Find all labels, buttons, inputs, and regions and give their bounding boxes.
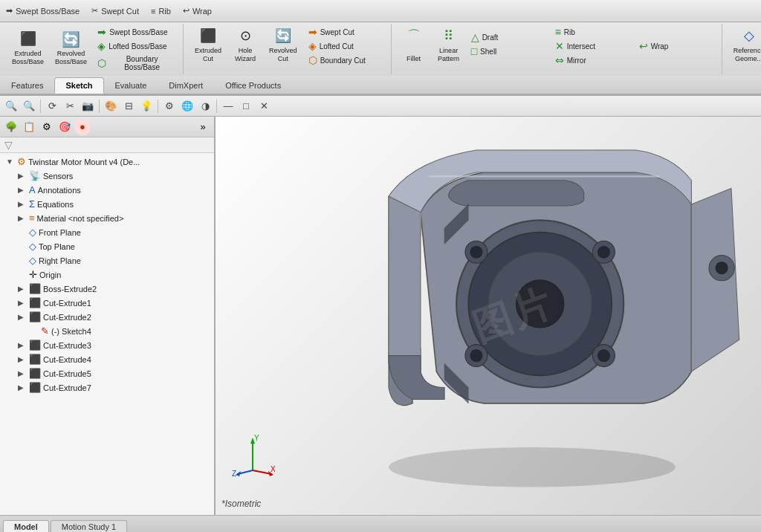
wrap-button[interactable]: ↩ Wrap: [635, 39, 717, 53]
part-3d-view: [216, 117, 761, 515]
swept-boss-button[interactable]: ➡ Swept Boss/Base: [94, 25, 178, 39]
fm-btn-tree[interactable]: 🌳: [3, 119, 19, 135]
shell-button[interactable]: □ Shell: [467, 45, 549, 58]
tree-item-15[interactable]: ▶⬛Cut-Extrude7: [0, 380, 214, 395]
lofted-boss-button[interactable]: ◈ Lofted Boss/Base: [94, 39, 178, 53]
zoom-out-button[interactable]: 🔍: [21, 98, 37, 114]
viewport[interactable]: 图片: [216, 117, 761, 515]
display-style-button[interactable]: 🎨: [103, 98, 119, 114]
extruded-cut-button[interactable]: ⬛ ExtrudedCut: [190, 25, 227, 67]
tree-icon-7: ✛: [29, 269, 37, 280]
extruded-boss-button[interactable]: ⬛ ExtrudedBoss/Base: [7, 28, 48, 70]
title-item-3[interactable]: ≡ Rib: [151, 7, 171, 16]
title-label-4: Wrap: [192, 7, 212, 16]
light-button[interactable]: 💡: [138, 98, 155, 114]
tree-icon-13: ⬛: [29, 354, 41, 365]
tab-office-products[interactable]: Office Products: [214, 77, 292, 94]
tree-item-11[interactable]: ✎(-) Sketch4: [0, 324, 214, 338]
tab-model[interactable]: Model: [3, 520, 49, 532]
section-view-button[interactable]: ⊟: [120, 98, 137, 114]
tree-item-9[interactable]: ▶⬛Cut-Extrude1: [0, 296, 214, 310]
title-item-4[interactable]: ↩ Wrap: [183, 6, 212, 16]
view-settings-button[interactable]: ⚙: [161, 98, 178, 114]
revolved-boss-button[interactable]: 🔄 RevolvedBoss/Base: [51, 28, 91, 70]
wrap-icon: ↩: [183, 6, 190, 16]
reference-geometry-button[interactable]: ◇ ReferenceGeome...: [728, 25, 761, 67]
fillet-button[interactable]: ⌒ Fillet: [398, 25, 430, 67]
svg-text:Y: Y: [254, 434, 259, 442]
tab-dimxpert[interactable]: DimXpert: [158, 77, 214, 94]
tree-item-4[interactable]: ◇Front Plane: [0, 225, 214, 239]
maximize-button[interactable]: □: [238, 98, 254, 114]
tree-item-8[interactable]: ▶⬛Boss-Extrude2: [0, 282, 214, 296]
tab-sketch[interactable]: Sketch: [54, 77, 103, 94]
shadows-button[interactable]: ◑: [197, 98, 213, 114]
fm-btn-dimxpert[interactable]: 🎯: [56, 119, 73, 135]
hole-wizard-button[interactable]: ⊙ HoleWizard: [229, 25, 262, 67]
tree-item-10[interactable]: ▶⬛Cut-Extrude2: [0, 310, 214, 324]
rib-button[interactable]: ≡ Rib: [551, 25, 633, 39]
swept-cut-button[interactable]: ➡ Swept Cut: [305, 25, 386, 39]
zoom-in-button[interactable]: 🔍: [3, 98, 19, 114]
tree-item-6[interactable]: ◇Right Plane: [0, 253, 214, 267]
swept-cut-label: Swept Cut: [320, 28, 354, 36]
tree-item-13[interactable]: ▶⬛Cut-Extrude4: [0, 352, 214, 366]
tree-expander-2: ▶: [18, 200, 27, 208]
tab-motion-study[interactable]: Motion Study 1: [51, 520, 127, 532]
intersect-button[interactable]: ✕ Intersect: [551, 39, 633, 53]
lofted-cut-label: Lofted Cut: [320, 42, 354, 51]
wrap-label: Wrap: [651, 42, 669, 51]
mirror-button[interactable]: ⇔ Mirror: [551, 53, 633, 67]
tree-icon-15: ⬛: [29, 382, 41, 393]
tree-item-7[interactable]: ✛Origin: [0, 267, 214, 282]
tree-icon-2: Σ: [29, 198, 35, 210]
linear-pattern-button[interactable]: ⠿ LinearPattern: [433, 25, 465, 67]
fm-btn-property[interactable]: 📋: [21, 119, 37, 135]
tree-item-0[interactable]: ▶📡Sensors: [0, 169, 214, 183]
tree-item-14[interactable]: ▶⬛Cut-Extrude5: [0, 366, 214, 380]
ribbon: ⬛ ExtrudedBoss/Base 🔄 RevolvedBoss/Base …: [0, 22, 761, 96]
cut-button[interactable]: ✂: [62, 98, 78, 114]
tab-features[interactable]: Features: [0, 77, 54, 94]
fm-btn-display[interactable]: ●: [74, 119, 91, 135]
tree-label-12: Cut-Extrude3: [43, 341, 91, 350]
title-item-1[interactable]: ➡ Swept Boss/Base: [6, 6, 80, 16]
linear-pattern-label: LinearPattern: [438, 47, 459, 63]
tree-label-8: Boss-Extrude2: [43, 285, 97, 293]
revolved-cut-icon: 🔄: [275, 29, 291, 42]
tree-item-2[interactable]: ▶ΣEquations: [0, 197, 214, 211]
lofted-cut-button[interactable]: ◈ Lofted Cut: [305, 39, 386, 53]
close-view-button[interactable]: ✕: [256, 98, 272, 114]
tree-label-14: Cut-Extrude5: [43, 369, 91, 378]
tree-icon-8: ⬛: [29, 283, 41, 294]
draft-button[interactable]: △ Draft: [467, 30, 549, 44]
realview-button[interactable]: 🌐: [179, 98, 195, 114]
view-orient-button[interactable]: 📷: [80, 98, 96, 114]
revolved-cut-label: RevolvedCut: [269, 47, 297, 63]
mirror-label: Mirror: [567, 56, 586, 65]
tree-expander-15: ▶: [18, 383, 27, 392]
rotate-button[interactable]: ⟳: [44, 98, 60, 114]
svg-text:X: X: [271, 465, 275, 473]
fm-tree[interactable]: ▼ ⚙ Twinstar Motor Mount v4 (De... ▶📡Sen…: [0, 153, 214, 515]
tree-icon-6: ◇: [29, 255, 36, 266]
fm-expand-button[interactable]: »: [195, 119, 211, 135]
tree-icon-1: A: [29, 184, 36, 195]
tree-item-12[interactable]: ▶⬛Cut-Extrude3: [0, 338, 214, 352]
title-item-2[interactable]: ✂ Swept Cut: [91, 6, 139, 16]
wrap-ref-group: ↩ Wrap: [635, 39, 717, 53]
tree-root[interactable]: ▼ ⚙ Twinstar Motor Mount v4 (De...: [0, 155, 214, 169]
tree-item-5[interactable]: ◇Top Plane: [0, 239, 214, 253]
tab-evaluate[interactable]: Evaluate: [104, 77, 158, 94]
fm-btn-config[interactable]: ⚙: [39, 119, 55, 135]
tree-item-1[interactable]: ▶AAnnotations: [0, 183, 214, 197]
boundary-boss-button[interactable]: ⬡ Boundary Boss/Base: [94, 53, 178, 73]
revolved-cut-button[interactable]: 🔄 RevolvedCut: [264, 25, 302, 67]
rib-icon: ≡: [555, 27, 561, 37]
tree-item-3[interactable]: ▶≡Material <not specified>: [0, 211, 214, 225]
boundary-cut-button[interactable]: ⬡ Boundary Cut: [305, 53, 386, 67]
tree-expander-8: ▶: [18, 285, 27, 293]
boss-small-group: ➡ Swept Boss/Base ◈ Lofted Boss/Base ⬡ B…: [94, 25, 178, 73]
toolbar-sep-1: [40, 100, 41, 113]
minimize-button[interactable]: —: [220, 98, 236, 114]
